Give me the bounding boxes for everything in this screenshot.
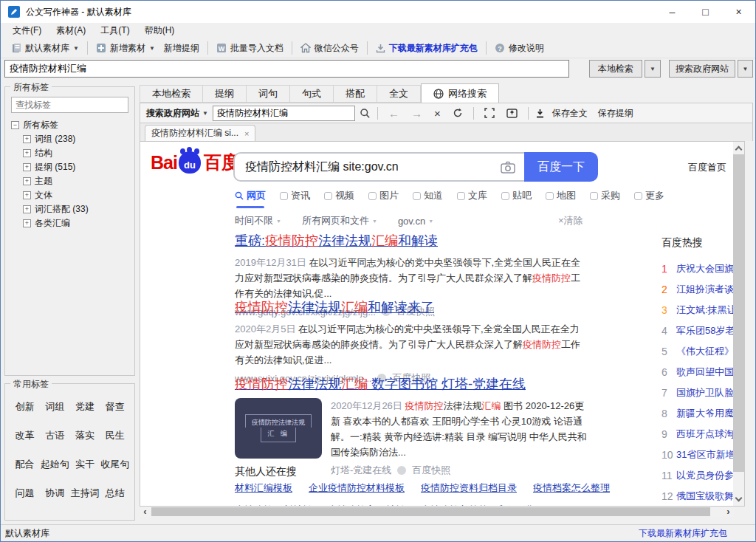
hot-search-item[interactable]: 2 江姐扮演者谈饰演 (662, 279, 734, 300)
hot-search-item[interactable]: 1 庆祝大会国旗护卫队 (662, 258, 734, 279)
hot-search-item[interactable]: 10 31省区市新增确 (662, 445, 734, 465)
fullscreen-icon[interactable] (484, 108, 495, 118)
nav-item[interactable]: 图片 (368, 189, 399, 202)
tag-item[interactable]: 实干 (70, 458, 100, 471)
filter-dropdown[interactable]: 所有网页和文件▼ (302, 214, 377, 227)
tag-item[interactable]: 收尾句 (100, 458, 130, 471)
new-material-button[interactable]: 新增素材▼ (92, 40, 159, 57)
hot-search-item[interactable]: 8 新疆大爷用魔方 (662, 403, 734, 424)
expand-icon[interactable]: + (23, 163, 31, 171)
main-tab[interactable]: 本地检索 (140, 85, 203, 103)
library-button[interactable]: 默认素材库▼ (7, 40, 83, 57)
nav-item[interactable]: 地图 (546, 189, 576, 202)
menu-item[interactable]: 文件(F) (5, 23, 49, 38)
nav-item[interactable]: 视频 (324, 189, 354, 202)
nav-item-web[interactable]: 网页 (235, 189, 266, 202)
search-icon[interactable] (360, 108, 371, 119)
nav-item[interactable]: 贴吧 (501, 189, 532, 202)
tag-item[interactable]: 民生 (100, 429, 130, 442)
tree-root[interactable]: −所有标签 (11, 118, 134, 132)
expand-icon[interactable]: + (23, 219, 31, 227)
back-icon[interactable]: ← (385, 107, 403, 120)
tag-item[interactable]: 主持词 (70, 487, 100, 500)
tag-item[interactable]: 问题 (10, 487, 40, 500)
nav-item[interactable]: 文库 (457, 189, 487, 202)
expand-icon[interactable]: + (23, 135, 31, 143)
related-search-link[interactable]: 疫情防控资料归档目录 (421, 481, 517, 495)
tag-item[interactable]: 督查 (100, 400, 130, 414)
browser-tab[interactable]: 疫情防控材料汇编 si... × (145, 125, 255, 141)
camera-icon[interactable] (501, 161, 515, 174)
related-search-link[interactable]: 企业疫情防控材料模板 (309, 481, 405, 495)
clear-filters-button[interactable]: ×清除 (558, 214, 583, 227)
save-outline-button[interactable]: 保存提纲 (595, 107, 636, 120)
tag-item[interactable]: 总结 (100, 487, 130, 500)
resize-grip[interactable] (749, 537, 751, 538)
horizontal-scrollbar[interactable]: ‹ › (140, 507, 734, 517)
scroll-left-icon[interactable]: ‹ (140, 507, 151, 517)
main-tab-web-search[interactable]: 网络搜索 (421, 83, 499, 103)
related-search-link[interactable]: 材料汇编模板 (235, 481, 292, 495)
filter-dropdown[interactable]: gov.cn▼ (398, 214, 433, 227)
main-tab[interactable]: 句式 (290, 85, 334, 103)
stop-icon[interactable]: × (430, 107, 444, 120)
baidu-submit-button[interactable]: 百度一下 (524, 152, 598, 182)
menu-item[interactable]: 工具(T) (93, 23, 137, 38)
forward-icon[interactable]: → (408, 107, 426, 120)
hot-search-item[interactable]: 11 以党员身份参加 (662, 465, 734, 486)
scroll-down-icon[interactable] (735, 495, 743, 502)
result-title-link[interactable]: 疫情防控法律法规汇编和解读来了 (235, 298, 434, 316)
result-title-link[interactable]: 疫情防控法律法规汇编 数字图书馆 灯塔-党建在线 (235, 375, 526, 393)
tag-item[interactable]: 配合 (10, 458, 40, 471)
hot-search-item[interactable]: 6 歌声回望中国共 (662, 362, 734, 383)
tree-item[interactable]: +各类汇编 (11, 216, 134, 230)
result-source[interactable]: 灯塔-党建在线 (331, 464, 391, 477)
tree-item[interactable]: +结构 (11, 146, 134, 160)
tree-item[interactable]: +文体 (11, 188, 134, 202)
nav-item[interactable]: 更多 (634, 189, 664, 202)
main-tab[interactable]: 搭配 (334, 85, 377, 103)
nav-item[interactable]: 采购 (590, 189, 620, 202)
hot-search-item[interactable]: 3 汪文斌:抹黑让 (662, 300, 734, 320)
tag-item[interactable]: 党建 (70, 400, 100, 414)
minimize-button[interactable]: – (656, 1, 689, 23)
filter-dropdown[interactable]: 时间不限▼ (235, 214, 281, 227)
scroll-up-icon[interactable] (735, 146, 743, 154)
expand-icon[interactable]: + (23, 205, 31, 213)
address-input[interactable] (213, 106, 355, 121)
new-outline-button[interactable]: 新增提纲 (159, 40, 204, 57)
download-pack-link[interactable]: 下载最新素材库扩充包 (371, 40, 482, 57)
main-tab[interactable]: 词句 (247, 85, 290, 103)
menu-item[interactable]: 素材(A) (49, 23, 93, 38)
hot-search-item[interactable]: 12 俄国宝级歌舞团 (662, 486, 734, 507)
menu-item[interactable]: 帮助(H) (137, 23, 182, 38)
tag-item[interactable]: 词组 (40, 400, 70, 414)
collapse-icon[interactable]: − (11, 121, 19, 129)
result-title-link[interactable]: 重磅:疫情防控法律法规汇编和解读 (235, 232, 438, 250)
scroll-right-icon[interactable]: › (723, 507, 734, 517)
local-search-button[interactable]: 本地检索 (589, 60, 642, 78)
expand-icon[interactable]: + (23, 149, 31, 157)
tag-item[interactable]: 落实 (70, 429, 100, 442)
nav-item[interactable]: 知道 (413, 189, 443, 202)
expand-icon[interactable]: + (23, 191, 31, 199)
tag-item[interactable]: 创新 (10, 400, 40, 414)
result-thumbnail[interactable]: 疫情防控法律法规 汇 编 (235, 398, 322, 459)
tree-item[interactable]: +词组 (238) (11, 132, 134, 146)
tag-item[interactable]: 起始句 (40, 458, 70, 471)
tree-item[interactable]: +提纲 (515) (11, 160, 134, 174)
open-window-icon[interactable] (506, 108, 518, 118)
tag-item[interactable]: 改革 (10, 429, 40, 442)
main-tab[interactable]: 提纲 (203, 85, 247, 103)
tree-item[interactable]: +词汇搭配 (33) (11, 202, 134, 216)
hot-search-item[interactable]: 9 西班牙点球淘汰 (662, 424, 734, 445)
baidu-home-link[interactable]: 百度首页 (688, 161, 726, 174)
local-search-dropdown[interactable]: ▼ (645, 60, 661, 78)
search-input[interactable] (4, 60, 569, 78)
changelog-button[interactable]: ? 修改说明 (490, 40, 549, 57)
expand-icon[interactable]: + (23, 177, 31, 185)
maximize-button[interactable]: □ (689, 1, 722, 23)
find-tag-input[interactable] (11, 97, 128, 113)
gov-search-button[interactable]: 搜索政府网站 (669, 60, 735, 78)
batch-import-button[interactable]: W 批量导入文档 (212, 40, 288, 57)
